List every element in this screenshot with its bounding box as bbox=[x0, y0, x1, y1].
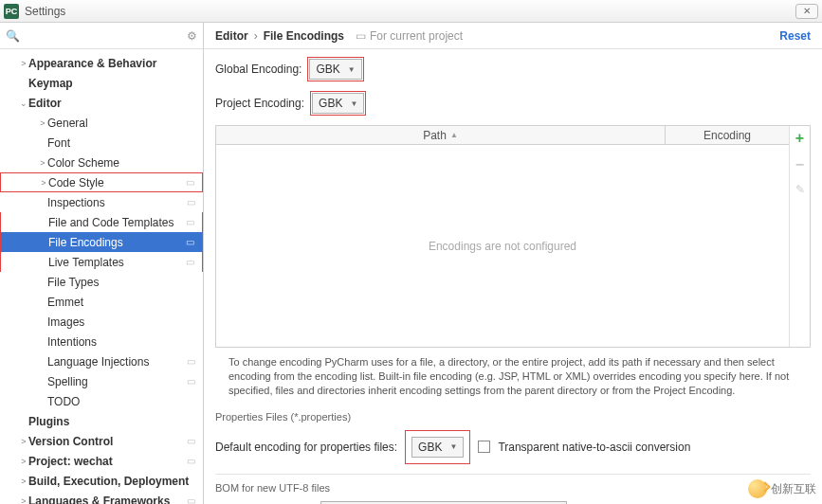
project-encoding-select[interactable]: GBK ▼ bbox=[312, 93, 364, 114]
sidebar-item-label: Keymap bbox=[28, 77, 197, 90]
project-scope-icon: ▭ bbox=[184, 355, 197, 369]
settings-tree: >Appearance & BehaviorKeymap⌄Editor>Gene… bbox=[0, 49, 203, 504]
sidebar-item-label: File Encodings bbox=[48, 236, 183, 249]
sidebar-item-images[interactable]: Images bbox=[0, 312, 203, 332]
settings-content: Editor › File Encodings ▭ For current pr… bbox=[204, 23, 822, 504]
chevron-down-icon: ▼ bbox=[348, 65, 356, 74]
create-utf8-select[interactable]: with NO BOM ▼ bbox=[320, 501, 567, 504]
project-scope-icon: ▭ bbox=[356, 29, 366, 43]
sidebar-item-appearance-behavior[interactable]: >Appearance & Behavior bbox=[0, 53, 203, 73]
project-scope-icon: ▭ bbox=[184, 375, 197, 388]
chevron-icon: > bbox=[19, 477, 28, 486]
add-button[interactable]: + bbox=[795, 130, 804, 147]
project-encoding-label: Project Encoding: bbox=[215, 97, 304, 110]
breadcrumb-editor[interactable]: Editor bbox=[215, 29, 248, 43]
chevron-icon: > bbox=[19, 437, 28, 446]
sidebar-item-label: Code Style bbox=[48, 176, 183, 189]
project-scope-icon: ▭ bbox=[183, 216, 196, 229]
chevron-icon: > bbox=[39, 178, 48, 188]
sidebar-item-todo[interactable]: TODO bbox=[0, 391, 203, 411]
sidebar-item-language-injections[interactable]: Language Injections▭ bbox=[0, 351, 203, 371]
sidebar-item-code-style[interactable]: >Code Style▭ bbox=[0, 172, 203, 192]
sidebar-item-label: File and Code Templates bbox=[48, 216, 183, 229]
chevron-down-icon: ▼ bbox=[350, 99, 357, 108]
watermark-icon bbox=[748, 479, 767, 498]
breadcrumb-file-encodings: File Encodings bbox=[264, 29, 344, 43]
sidebar-item-label: Emmet bbox=[47, 296, 197, 309]
bom-section-title: BOM for new UTF-8 files bbox=[215, 482, 811, 494]
sidebar-item-emmet[interactable]: Emmet bbox=[0, 292, 203, 312]
chevron-down-icon: ▼ bbox=[449, 442, 457, 451]
project-scope-icon: ▭ bbox=[184, 495, 197, 505]
encoding-column-header[interactable]: Encoding bbox=[666, 126, 789, 144]
search-input[interactable] bbox=[24, 29, 187, 43]
close-icon[interactable]: ✕ bbox=[795, 4, 818, 19]
sidebar-item-plugins[interactable]: Plugins bbox=[0, 411, 203, 431]
project-scope-icon: ▭ bbox=[183, 236, 196, 249]
watermark: 创新互联 bbox=[748, 479, 816, 498]
sidebar-item-intentions[interactable]: Intentions bbox=[0, 332, 203, 351]
properties-section-title: Properties Files (*.properties) bbox=[215, 411, 811, 423]
sidebar-item-spelling[interactable]: Spelling▭ bbox=[0, 371, 203, 391]
chevron-icon: > bbox=[38, 158, 47, 168]
sidebar-item-label: General bbox=[47, 117, 197, 130]
sidebar-item-label: Color Scheme bbox=[47, 156, 197, 170]
sidebar-item-font[interactable]: Font bbox=[0, 133, 203, 153]
chevron-icon: > bbox=[19, 496, 28, 505]
sidebar-item-label: Project: wechat bbox=[28, 455, 184, 468]
sidebar-item-general[interactable]: >General bbox=[0, 113, 203, 133]
sidebar-item-file-encodings[interactable]: File Encodings▭ bbox=[0, 232, 203, 252]
sidebar-item-inspections[interactable]: Inspections▭ bbox=[0, 192, 203, 212]
sidebar-item-editor[interactable]: ⌄Editor bbox=[0, 93, 203, 113]
sidebar-item-label: Font bbox=[47, 136, 197, 150]
chevron-icon: ⌄ bbox=[19, 99, 28, 108]
path-column-header[interactable]: Path▲ bbox=[216, 126, 666, 144]
sidebar-item-version-control[interactable]: >Version Control▭ bbox=[0, 431, 203, 451]
table-empty-text: Encodings are not configured bbox=[216, 145, 789, 347]
chevron-icon: > bbox=[38, 118, 47, 128]
sidebar-item-label: Languages & Frameworks bbox=[28, 495, 184, 505]
project-scope-icon: ▭ bbox=[184, 196, 197, 209]
project-scope-icon: ▭ bbox=[184, 435, 197, 448]
project-scope-hint: ▭ For current project bbox=[356, 29, 463, 43]
project-scope-icon: ▭ bbox=[183, 256, 196, 269]
global-encoding-label: Global Encoding: bbox=[215, 63, 301, 76]
sidebar-item-keymap[interactable]: Keymap bbox=[0, 73, 203, 93]
native-to-ascii-checkbox[interactable] bbox=[478, 441, 490, 453]
app-icon: PC bbox=[4, 4, 19, 19]
sidebar-item-label: Language Injections bbox=[47, 355, 184, 369]
edit-button: ✎ bbox=[795, 183, 805, 196]
native-to-ascii-label: Transparent native-to-ascii conversion bbox=[498, 441, 690, 454]
reset-link[interactable]: Reset bbox=[779, 29, 811, 43]
sidebar-item-languages-frameworks[interactable]: >Languages & Frameworks▭ bbox=[0, 491, 203, 504]
sidebar-item-live-templates[interactable]: Live Templates▭ bbox=[0, 252, 203, 272]
sidebar-item-label: Plugins bbox=[28, 415, 197, 428]
sidebar-item-file-types[interactable]: File Types bbox=[0, 272, 203, 292]
sidebar-item-label: Editor bbox=[28, 97, 197, 110]
sidebar-item-label: Spelling bbox=[47, 375, 184, 388]
settings-sidebar: 🔍 ⚙ >Appearance & BehaviorKeymap⌄Editor>… bbox=[0, 23, 204, 504]
sidebar-item-label: Intentions bbox=[47, 335, 197, 349]
search-row: 🔍 ⚙ bbox=[0, 23, 203, 49]
gear-icon[interactable]: ⚙ bbox=[187, 29, 197, 43]
divider bbox=[215, 474, 811, 475]
sidebar-item-file-and-code-templates[interactable]: File and Code Templates▭ bbox=[0, 212, 203, 232]
sidebar-item-build-execution-deployment[interactable]: >Build, Execution, Deployment bbox=[0, 471, 203, 491]
sidebar-item-label: Images bbox=[47, 315, 197, 329]
project-scope-icon: ▭ bbox=[184, 455, 197, 468]
encoding-path-table: Path▲ Encoding Encodings are not configu… bbox=[215, 125, 811, 348]
breadcrumb: Editor › File Encodings ▭ For current pr… bbox=[204, 23, 822, 49]
chevron-icon: > bbox=[19, 457, 28, 466]
encoding-description: To change encoding PyCharm uses for a fi… bbox=[215, 348, 811, 407]
sidebar-item-label: Inspections bbox=[47, 196, 184, 209]
sidebar-item-label: File Types bbox=[47, 276, 197, 289]
global-encoding-select[interactable]: GBK ▼ bbox=[309, 59, 361, 80]
sidebar-item-project-wechat[interactable]: >Project: wechat▭ bbox=[0, 451, 203, 471]
sidebar-item-color-scheme[interactable]: >Color Scheme bbox=[0, 153, 203, 172]
remove-button: − bbox=[795, 156, 804, 173]
sidebar-item-label: Build, Execution, Deployment bbox=[28, 475, 197, 488]
sidebar-item-label: Live Templates bbox=[48, 256, 183, 269]
sidebar-item-label: TODO bbox=[47, 395, 197, 408]
properties-encoding-select[interactable]: GBK ▼ bbox=[411, 437, 464, 458]
chevron-icon: > bbox=[19, 59, 28, 68]
